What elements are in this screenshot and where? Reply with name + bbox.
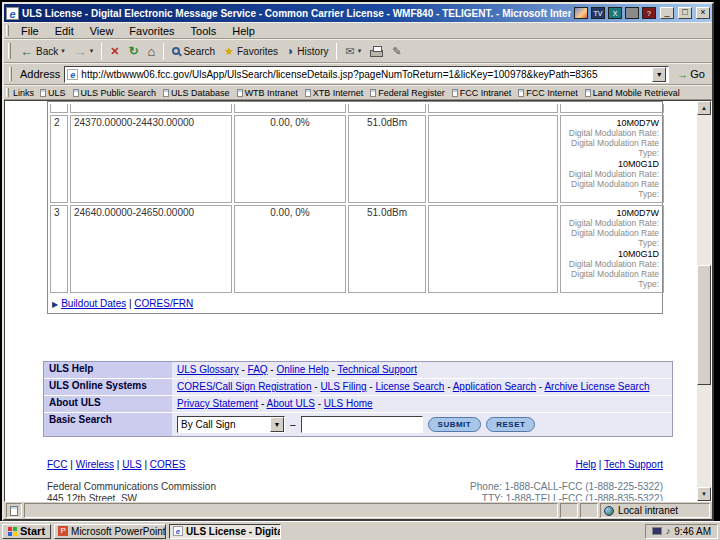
status-segment (560, 503, 578, 518)
tolerance-value: 0.00, 0% (234, 115, 346, 203)
scrollbar-track[interactable] (697, 115, 711, 487)
footer-link[interactable]: FCC (47, 459, 68, 470)
reset-button[interactable]: RESET (486, 417, 535, 432)
grip-handle[interactable] (6, 25, 9, 36)
links-bar-link[interactable]: ULS Database (171, 88, 230, 98)
help-row: About ULS Privacy Statement - About ULS … (44, 396, 672, 413)
chevron-down-icon[interactable]: ▾ (61, 47, 65, 55)
edit-button[interactable]: ✎ (388, 43, 405, 60)
help-link[interactable]: License Search (375, 381, 444, 392)
menu-file[interactable]: File (13, 25, 47, 37)
help-link[interactable]: Archive License Search (544, 381, 649, 392)
grip-handle[interactable] (8, 43, 11, 58)
menu-help[interactable]: Help (224, 25, 263, 37)
links-label: Links (13, 88, 34, 98)
address-input[interactable]: e http://wtbwww06.fcc.gov/UlsApp/UlsSear… (64, 66, 669, 83)
close-button[interactable]: × (696, 7, 710, 19)
links-bar-link[interactable]: Federal Register (378, 88, 445, 98)
menu-edit[interactable]: Edit (47, 25, 82, 37)
scrollbar-thumb[interactable] (697, 265, 711, 385)
address-dropdown-button[interactable]: ▼ (652, 67, 666, 82)
print-button[interactable] (366, 44, 387, 59)
maximize-button[interactable]: □ (678, 7, 692, 19)
search-label: Search (183, 46, 215, 57)
menu-favorites[interactable]: Favorites (121, 25, 182, 37)
phone-line: Phone: 1-888-CALL-FCC (1-888-225-5322) (470, 481, 663, 493)
grip-handle[interactable] (9, 67, 12, 81)
ie-logo-icon: e (6, 7, 19, 20)
display-tray-icon[interactable] (652, 527, 662, 535)
search-type-select[interactable]: By Call Sign ▼ (177, 416, 285, 433)
tolerance-value: 0.00, 0% (234, 205, 346, 293)
links-bar-link[interactable]: ULS (48, 88, 66, 98)
scroll-down-button[interactable]: ▼ (697, 487, 711, 501)
toolbar-separator (101, 43, 102, 60)
menu-tools[interactable]: Tools (183, 25, 225, 37)
volume-tray-icon[interactable]: ♪ (666, 526, 671, 536)
address-bar: Address e http://wtbwww06.fcc.gov/UlsApp… (4, 63, 712, 85)
links-bar-link[interactable]: ULS Public Search (81, 88, 157, 98)
chevron-down-icon[interactable]: ▼ (270, 417, 284, 432)
start-button[interactable]: Start (2, 524, 51, 539)
help-link[interactable]: About ULS (267, 398, 315, 409)
help-link[interactable]: CORES/Call Sign Registration (177, 381, 312, 392)
footer-support-links: Help | Tech Support (576, 459, 664, 470)
back-button[interactable]: ← Back ▾ (16, 42, 69, 61)
taskbar-task-ie[interactable]: e ULS License - Digital El... (169, 524, 281, 539)
windows-logo-icon (8, 527, 17, 536)
mail-button[interactable]: ✉ ▾ (341, 43, 365, 60)
titlebar[interactable]: e ULS License - Digital Electronic Messa… (4, 4, 712, 22)
chevron-down-icon[interactable]: ▾ (90, 47, 94, 55)
submit-button[interactable]: SUBMIT (428, 417, 482, 432)
links-bar-link[interactable]: FCC Internet (526, 88, 578, 98)
dash-separator: – (290, 419, 296, 430)
help-link[interactable]: FAQ (248, 364, 268, 375)
history-button[interactable]: ◗ History (283, 42, 332, 60)
links-bar-link[interactable]: WTB Intranet (245, 88, 298, 98)
footer-link[interactable]: Help (576, 459, 597, 470)
emission-labels: Digital Modulation Rate:Digital Modulati… (564, 259, 659, 289)
grip-handle[interactable] (6, 88, 9, 97)
empty-cell (428, 115, 558, 203)
footer-link[interactable]: ULS (122, 459, 141, 470)
stop-icon: ✕ (110, 45, 119, 58)
page-icon (370, 89, 376, 97)
help-link[interactable]: Privacy Statement (177, 398, 258, 409)
help-row-label: ULS Help (44, 362, 172, 379)
basic-search-input[interactable] (301, 416, 423, 433)
search-button[interactable]: Search (168, 44, 219, 59)
buildout-links: Buildout Dates | CORES/FRN (61, 298, 193, 309)
footer-link[interactable]: Tech Support (604, 459, 663, 470)
footer-link[interactable]: CORES (150, 459, 186, 470)
vertical-scrollbar[interactable]: ▲ ▼ (697, 101, 711, 501)
help-link[interactable]: ULS Filing (320, 381, 366, 392)
menu-view[interactable]: View (82, 25, 122, 37)
help-link[interactable]: Application Search (453, 381, 536, 392)
help-link[interactable]: Online Help (276, 364, 328, 375)
links-bar-link[interactable]: XTB Internet (313, 88, 364, 98)
help-link[interactable]: ULS Home (324, 398, 373, 409)
taskbar-task-powerpoint[interactable]: P Microsoft PowerPoint - [...] (54, 524, 166, 539)
home-button[interactable]: ⌂ (144, 42, 160, 61)
help-link[interactable]: Technical Support (337, 364, 417, 375)
forward-button[interactable]: → ▾ (70, 42, 98, 61)
scroll-up-button[interactable]: ▲ (697, 101, 711, 115)
help-row: ULS Online Systems CORES/Call Sign Regis… (44, 379, 672, 396)
stop-button[interactable]: ✕ (106, 43, 123, 60)
go-label: Go (690, 68, 705, 80)
buildout-link[interactable]: CORES/FRN (134, 298, 193, 309)
favorites-button[interactable]: ★ Favorites (220, 43, 282, 60)
links-bar-link[interactable]: Land Mobile Retrieval (593, 88, 680, 98)
buildout-link[interactable]: Buildout Dates (61, 298, 126, 309)
links-bar-link[interactable]: FCC Intranet (460, 88, 512, 98)
help-link[interactable]: ULS Glossary (177, 364, 239, 375)
go-arrow-icon: → (677, 68, 688, 80)
refresh-button[interactable]: ↻ (124, 42, 142, 60)
chevron-down-icon[interactable]: ▾ (358, 47, 362, 55)
minimize-button[interactable]: _ (660, 7, 674, 19)
frequency-range: 24640.00000-24650.00000 (70, 205, 232, 293)
address-label: Address (20, 68, 60, 80)
footer-link[interactable]: Wireless (76, 459, 114, 470)
go-button[interactable]: → Go (673, 68, 709, 80)
row-number: 3 (50, 205, 68, 293)
